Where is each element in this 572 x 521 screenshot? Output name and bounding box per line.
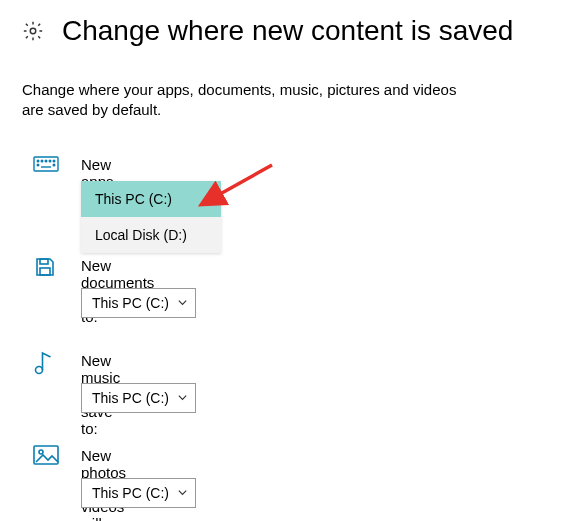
- svg-point-14: [39, 450, 43, 454]
- apps-option-this-pc[interactable]: This PC (C:): [81, 181, 221, 217]
- svg-point-4: [45, 160, 47, 162]
- svg-rect-11: [40, 268, 50, 275]
- svg-point-2: [37, 160, 39, 162]
- page-description: Change where your apps, documents, music…: [22, 80, 472, 121]
- keyboard-icon: [33, 154, 59, 178]
- picture-icon: [33, 445, 59, 469]
- documents-location-select[interactable]: This PC (C:): [81, 288, 196, 318]
- chevron-down-icon: [169, 484, 195, 502]
- music-note-icon: [33, 350, 55, 380]
- svg-point-5: [49, 160, 51, 162]
- option-label: This PC (C:): [95, 191, 172, 207]
- svg-point-3: [41, 160, 43, 162]
- photos-location-value: This PC (C:): [82, 485, 169, 501]
- option-label: Local Disk (D:): [95, 227, 187, 243]
- svg-point-7: [37, 164, 39, 166]
- documents-location-value: This PC (C:): [82, 295, 169, 311]
- photos-location-select[interactable]: This PC (C:): [81, 478, 196, 508]
- svg-rect-10: [40, 259, 48, 264]
- music-location-value: This PC (C:): [82, 390, 169, 406]
- chevron-down-icon: [169, 294, 195, 312]
- save-icon: [33, 255, 57, 283]
- chevron-down-icon: [169, 389, 195, 407]
- svg-point-8: [53, 164, 55, 166]
- page-title: Change where new content is saved: [62, 15, 513, 47]
- svg-point-0: [30, 28, 36, 34]
- apps-location-dropdown[interactable]: This PC (C:) Local Disk (D:): [81, 181, 221, 253]
- svg-point-6: [53, 160, 55, 162]
- svg-point-12: [36, 367, 43, 374]
- gear-icon: [22, 20, 44, 42]
- apps-option-local-disk-d[interactable]: Local Disk (D:): [81, 217, 221, 253]
- music-location-select[interactable]: This PC (C:): [81, 383, 196, 413]
